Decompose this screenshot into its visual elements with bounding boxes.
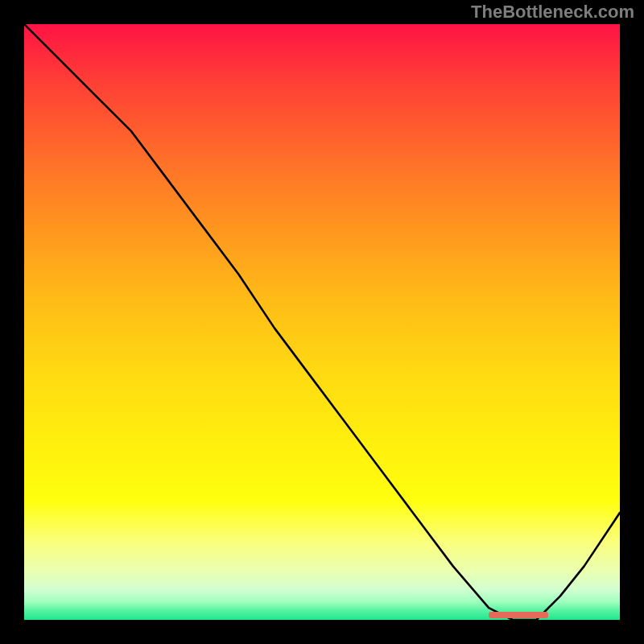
bottleneck-curve	[24, 24, 620, 620]
plot-area	[24, 24, 620, 620]
attribution-text: TheBottleneck.com	[471, 2, 634, 23]
curve-path	[24, 24, 620, 620]
optimal-range-marker	[489, 612, 548, 618]
